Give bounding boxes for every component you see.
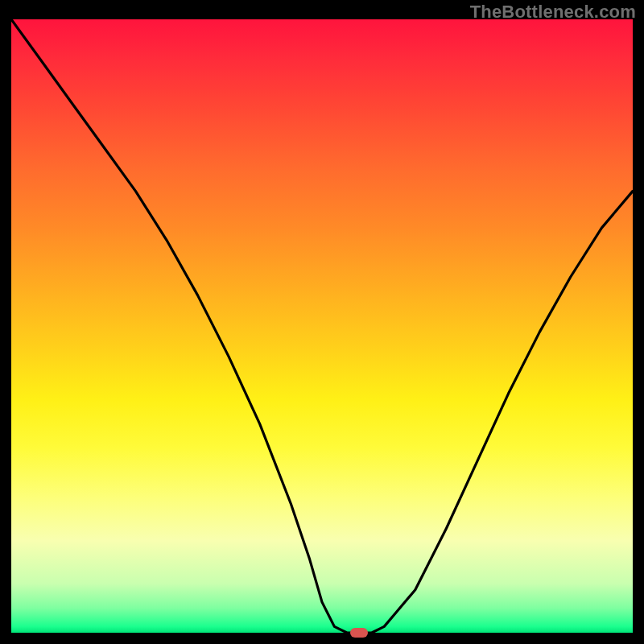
optimal-point-marker <box>350 628 368 638</box>
plot-area <box>11 19 633 633</box>
chart-frame: TheBottleneck.com <box>0 0 644 644</box>
watermark-text: TheBottleneck.com <box>470 2 636 23</box>
curve-layer <box>11 19 633 633</box>
bottleneck-curve <box>11 19 633 633</box>
